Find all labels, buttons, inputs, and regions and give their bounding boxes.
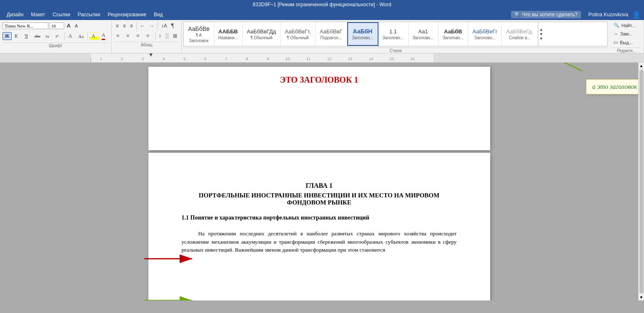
styles-more-btn[interactable]: ▼: [539, 36, 544, 41]
bold-btn[interactable]: Ж: [3, 32, 12, 40]
svg-text:9: 9: [267, 57, 269, 61]
svg-text:12: 12: [327, 57, 331, 61]
replace-btn[interactable]: ↔ Зам...: [612, 30, 641, 37]
style-normal-name: Заголовок: [189, 38, 208, 43]
style-heading-blue-name: Заголово...: [474, 35, 496, 40]
find-btn[interactable]: 🔍 Найт...: [612, 22, 641, 29]
style-normal-preview: АаБбВв: [188, 25, 209, 32]
style-subtitle-name: ¶ Обычный: [287, 35, 308, 40]
underline-btn[interactable]: Ч: [23, 32, 32, 40]
menu-bar: Дизайн Макет Ссылки Рассылки Рецензирова…: [0, 9, 644, 20]
page-2[interactable]: ГЛАВА 1 ПОРТФЕЛЬНЫЕ ИНОСТРАННЫЕ ИНВЕСТИЦ…: [148, 153, 490, 300]
strikethrough-btn[interactable]: abc: [33, 33, 43, 39]
align-left-btn[interactable]: ≡: [114, 32, 123, 40]
editing-section-label: Редакти...: [612, 48, 641, 53]
style-normal-label: ¶ A: [196, 33, 202, 38]
style-heading-b-preview: АаБбВ: [444, 28, 462, 35]
style-body-preview: АаБбВвГДд: [247, 28, 276, 35]
scroll-up-btn[interactable]: ▲: [639, 63, 644, 69]
chapter-subtitle: ПОРТФЕЛЬНЫЕ ИНОСТРАННЫЕ ИНВЕСТИЦИИ И ИХ …: [182, 192, 457, 206]
style-h11[interactable]: 1.1 Заголово...: [378, 22, 408, 46]
clear-format-btn[interactable]: A: [66, 32, 75, 40]
case-btn[interactable]: Aa: [76, 33, 86, 40]
style-aa1-preview: Аа1: [418, 28, 428, 35]
styles-scroll-down-btn[interactable]: ▼: [539, 32, 544, 36]
italic-btn[interactable]: К: [13, 32, 22, 40]
menu-references[interactable]: Ссылки: [49, 10, 73, 19]
style-subtitle[interactable]: АаБбВвГт, ¶ Обычный: [281, 22, 316, 46]
shading-btn[interactable]: ░: [164, 32, 171, 40]
paragraph-section-label: Абзац: [114, 42, 179, 47]
style-aa1-name: Заголово...: [413, 35, 434, 40]
menu-design[interactable]: Дизайн: [3, 10, 27, 19]
search-bar[interactable]: 🔍 Что вы хотите сделать?: [511, 11, 581, 18]
styles-scroll-up-btn[interactable]: ▲: [539, 27, 544, 32]
font-size-down-btn[interactable]: A: [73, 23, 79, 29]
menu-view[interactable]: Вид: [150, 10, 166, 19]
style-heading-blue[interactable]: АаБбВеГг Заголово...: [468, 22, 502, 46]
document-wrapper[interactable]: ЭТО ЗАГОЛОВОК 1 ГЛАВА 1 ПОРТФЕЛЬНЫЕ ИНОС…: [0, 63, 638, 300]
style-subheading-preview: АаБбВвГ: [320, 28, 343, 35]
highlight-btn[interactable]: A: [90, 32, 99, 40]
style-heading1-name: Заголово...: [352, 35, 373, 40]
svg-text:15: 15: [390, 57, 394, 61]
style-body-name: ¶ Обычный: [251, 35, 272, 40]
font-name-input[interactable]: Times New R...: [3, 23, 48, 29]
style-heading1-preview: АаБбН: [353, 28, 373, 35]
vertical-scrollbar[interactable]: ▲ ▼: [638, 63, 644, 300]
multilevel-btn[interactable]: ≡: [128, 22, 135, 30]
numbering-btn[interactable]: ≡: [121, 22, 128, 30]
svg-text:16: 16: [411, 57, 415, 61]
style-subtitle-preview: АаБбВвГт,: [285, 28, 311, 35]
style-heading-b-name: Заголово...: [443, 35, 464, 40]
scroll-thumb[interactable]: [639, 70, 644, 293]
heading2-callout: а это заголовок 2: [586, 79, 638, 94]
borders-btn[interactable]: ⊞: [171, 32, 179, 40]
sep5: [155, 32, 155, 40]
style-heading1[interactable]: АаБбН Заголово...: [347, 22, 378, 46]
svg-text:4: 4: [163, 57, 165, 61]
text-color-btn[interactable]: A: [100, 31, 109, 41]
ruler: 1 2 3 4 5 6 7 8 9 10 11 12 13 14 15 16: [0, 53, 644, 63]
indent-btn[interactable]: →: [148, 22, 156, 30]
menu-mailings[interactable]: Рассылки: [75, 10, 104, 19]
svg-rect-2: [434, 53, 644, 63]
ruler-svg: 1 2 3 4 5 6 7 8 9 10 11 12 13 14 15 16: [0, 53, 644, 63]
style-weak[interactable]: АаБбВеГд. Слабое в...: [502, 22, 538, 46]
font-size-up-btn[interactable]: A: [65, 22, 72, 30]
align-right-btn[interactable]: ≡: [134, 32, 143, 40]
sort-btn[interactable]: ↕A: [160, 22, 169, 30]
style-subheading[interactable]: АаБбВвГ Подзагол...: [316, 22, 347, 46]
style-h11-name: Заголово...: [383, 35, 404, 40]
style-body[interactable]: АаБбВвГДд ¶ Обычный: [243, 22, 281, 46]
align-center-btn[interactable]: ≡: [124, 32, 133, 40]
bullets-btn[interactable]: ≡: [114, 22, 120, 30]
show-marks-btn[interactable]: ¶: [170, 22, 175, 30]
user-icon[interactable]: 👤: [632, 11, 641, 19]
style-title[interactable]: ААББВ Названи...: [214, 22, 243, 46]
svg-text:7: 7: [225, 57, 227, 61]
style-aa1[interactable]: Аа1 Заголово...: [408, 22, 439, 46]
align-justify-btn[interactable]: ≡: [144, 32, 153, 40]
ribbon: Times New R... 16 A A Ж К Ч abc x₂ x² A …: [0, 20, 644, 53]
outdent-btn[interactable]: ←: [138, 22, 147, 30]
subscript-btn[interactable]: x₂: [43, 33, 53, 39]
main-area: ЭТО ЗАГОЛОВОК 1 ГЛАВА 1 ПОРТФЕЛЬНЫЕ ИНОС…: [0, 63, 644, 300]
styles-gallery: АаБбВв ¶ A Заголовок ААББВ Названи... Аа…: [183, 22, 608, 46]
page-1: ЭТО ЗАГОЛОВОК 1: [148, 67, 490, 150]
svg-text:10: 10: [286, 57, 290, 61]
find-label: Найт...: [621, 23, 635, 28]
font-size-input[interactable]: 16: [49, 23, 64, 29]
menu-layout[interactable]: Макет: [28, 10, 48, 19]
style-normal[interactable]: АаБбВв ¶ A Заголовок: [184, 22, 214, 46]
line-spacing-btn[interactable]: ↕: [157, 32, 163, 40]
user-name[interactable]: Polina Kuzovkova: [589, 12, 628, 18]
select-btn[interactable]: ▭ Выд...: [612, 39, 641, 46]
styles-scroll-buttons[interactable]: ▲ ▼ ▼: [538, 22, 544, 46]
style-weak-preview: АаБбВеГд.: [506, 28, 533, 35]
scroll-down-btn[interactable]: ▼: [639, 294, 644, 300]
document-container: ЭТО ЗАГОЛОВОК 1 ГЛАВА 1 ПОРТФЕЛЬНЫЕ ИНОС…: [132, 67, 507, 300]
style-heading-b[interactable]: АаБбВ Заголово...: [439, 22, 469, 46]
superscript-btn[interactable]: x²: [53, 33, 63, 39]
menu-review[interactable]: Рецензирование: [104, 10, 150, 19]
